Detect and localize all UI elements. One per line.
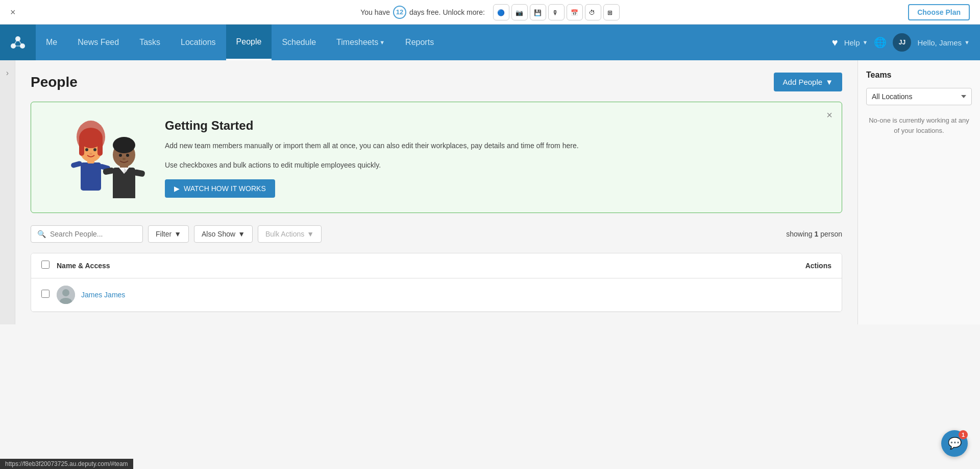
column-actions: Actions bbox=[740, 262, 831, 270]
svg-point-7 bbox=[9, 33, 27, 52]
timesheets-dropdown-icon: ▼ bbox=[379, 39, 385, 45]
banner-prefix: You have bbox=[360, 8, 390, 16]
svg-point-29 bbox=[113, 137, 135, 153]
svg-text:⏱: ⏱ bbox=[589, 9, 595, 16]
right-sidebar: Teams All Locations No-one is currently … bbox=[857, 60, 980, 324]
calendar-icon[interactable]: 📅 bbox=[567, 4, 583, 20]
bulk-actions-dropdown-icon: ▼ bbox=[307, 230, 314, 238]
favorites-icon[interactable]: ♥ bbox=[832, 37, 838, 49]
filter-button[interactable]: Filter ▼ bbox=[148, 225, 189, 243]
select-all-input[interactable] bbox=[41, 261, 50, 269]
add-people-label: Add People bbox=[783, 78, 823, 86]
row-checkbox[interactable] bbox=[41, 290, 57, 300]
user-greeting[interactable]: Hello, James ▼ bbox=[917, 38, 970, 47]
filter-bar: 🔍 Filter ▼ Also Show ▼ Bulk Actions ▼ sh… bbox=[31, 225, 842, 243]
device-icon[interactable]: 💾 bbox=[530, 4, 546, 20]
bulk-actions-button[interactable]: Bulk Actions ▼ bbox=[258, 225, 322, 243]
nav-news-feed[interactable]: News Feed bbox=[67, 25, 129, 60]
getting-started-content: Getting Started Add new team members man… bbox=[165, 116, 825, 198]
nav-locations[interactable]: Locations bbox=[170, 25, 226, 60]
getting-started-desc2: Use checkboxes and bulk actions to edit … bbox=[165, 159, 825, 171]
svg-point-30 bbox=[119, 154, 122, 157]
getting-started-card: × bbox=[31, 102, 842, 213]
add-people-button[interactable]: Add People ▼ bbox=[774, 73, 842, 91]
svg-text:💾: 💾 bbox=[534, 9, 542, 16]
nav-me[interactable]: Me bbox=[36, 25, 67, 60]
chevron-right-icon: › bbox=[6, 68, 9, 78]
timer-icon[interactable]: ⏱ bbox=[585, 4, 601, 20]
choose-plan-button[interactable]: Choose Plan bbox=[908, 4, 970, 20]
select-all-checkbox[interactable] bbox=[41, 261, 57, 271]
showing-number: 1 bbox=[815, 230, 819, 238]
play-icon: ▶ bbox=[174, 184, 180, 193]
svg-point-22 bbox=[93, 148, 96, 151]
help-menu[interactable]: Help ▼ bbox=[844, 38, 868, 47]
getting-started-close[interactable]: × bbox=[826, 109, 832, 121]
nav-links: Me News Feed Tasks Locations People Sche… bbox=[36, 25, 832, 60]
open-icon[interactable]: 🔵 bbox=[493, 4, 509, 20]
svg-point-23 bbox=[89, 153, 92, 155]
getting-started-desc1: Add new team members manually or import … bbox=[165, 140, 825, 151]
row-select-input[interactable] bbox=[41, 290, 50, 298]
person-name[interactable]: James James bbox=[81, 291, 125, 299]
nav-right: ♥ Help ▼ 🌐 JJ Hello, James ▼ bbox=[832, 33, 980, 52]
locations-select[interactable]: All Locations bbox=[866, 88, 972, 105]
column-name-access: Name & Access bbox=[57, 262, 740, 270]
page-layout: › People Add People ▼ × bbox=[0, 60, 980, 324]
bulk-actions-label: Bulk Actions bbox=[265, 230, 304, 238]
svg-text:🔵: 🔵 bbox=[497, 9, 505, 16]
watch-label: WATCH HOW IT WORKS bbox=[184, 184, 266, 193]
getting-started-illustration bbox=[47, 116, 150, 198]
banner-icons: 🔵 📷 💾 🎙 📅 ⏱ ⊞ bbox=[493, 4, 620, 20]
camera-icon[interactable]: 📷 bbox=[511, 4, 528, 20]
watch-how-it-works-button[interactable]: ▶ WATCH HOW IT WORKS bbox=[165, 179, 275, 198]
also-show-dropdown-icon: ▼ bbox=[238, 230, 245, 238]
search-input[interactable] bbox=[50, 230, 136, 238]
people-table: Name & Access Actions James James bbox=[31, 253, 842, 312]
top-banner: × You have 12 days free. Unlock more: 🔵 … bbox=[0, 0, 980, 25]
svg-rect-15 bbox=[81, 162, 101, 191]
svg-text:📅: 📅 bbox=[571, 9, 578, 16]
svg-text:🎙: 🎙 bbox=[552, 9, 558, 16]
search-icon: 🔍 bbox=[37, 230, 46, 238]
svg-point-31 bbox=[126, 154, 129, 157]
nav-timesheets[interactable]: Timesheets ▼ bbox=[326, 25, 395, 60]
page-title: People bbox=[31, 74, 78, 90]
also-show-button[interactable]: Also Show ▼ bbox=[194, 225, 253, 243]
nav-people[interactable]: People bbox=[226, 25, 272, 60]
user-avatar[interactable]: JJ bbox=[893, 33, 911, 52]
help-dropdown-icon: ▼ bbox=[863, 39, 868, 45]
sidebar-teams-title: Teams bbox=[866, 71, 972, 80]
showing-prefix: showing bbox=[786, 230, 812, 238]
banner-suffix: days free. Unlock more: bbox=[409, 8, 485, 16]
svg-text:📷: 📷 bbox=[516, 9, 523, 16]
banner-text: You have 12 days free. Unlock more: 🔵 📷 … bbox=[360, 4, 620, 20]
language-icon[interactable]: 🌐 bbox=[874, 36, 887, 49]
add-people-dropdown-icon: ▼ bbox=[825, 78, 833, 86]
grid-icon[interactable]: ⊞ bbox=[603, 4, 620, 20]
main-content: People Add People ▼ × bbox=[15, 60, 857, 324]
showing-count: showing 1 person bbox=[786, 230, 842, 238]
nav-tasks[interactable]: Tasks bbox=[129, 25, 170, 60]
svg-text:⊞: ⊞ bbox=[607, 9, 612, 16]
sidebar-empty-message: No-one is currently working at any of yo… bbox=[866, 115, 972, 135]
page-header: People Add People ▼ bbox=[31, 73, 842, 91]
search-box[interactable]: 🔍 bbox=[31, 225, 143, 243]
svg-rect-20 bbox=[97, 138, 103, 156]
filter-label: Filter bbox=[156, 230, 172, 238]
getting-started-title: Getting Started bbox=[165, 119, 825, 133]
close-banner-button[interactable]: × bbox=[10, 7, 16, 17]
sidebar-toggle[interactable]: › bbox=[0, 60, 15, 324]
mic-icon[interactable]: 🎙 bbox=[548, 4, 565, 20]
table-row: James James bbox=[31, 278, 842, 312]
table-header: Name & Access Actions bbox=[31, 253, 842, 278]
logo[interactable] bbox=[0, 25, 36, 60]
svg-rect-19 bbox=[79, 138, 84, 156]
nav-schedule[interactable]: Schedule bbox=[272, 25, 326, 60]
nav-reports[interactable]: Reports bbox=[395, 25, 444, 60]
filter-dropdown-icon: ▼ bbox=[174, 230, 181, 238]
user-dropdown-icon: ▼ bbox=[964, 39, 970, 45]
svg-point-39 bbox=[62, 289, 69, 296]
main-nav: Me News Feed Tasks Locations People Sche… bbox=[0, 25, 980, 60]
svg-point-21 bbox=[85, 148, 88, 151]
